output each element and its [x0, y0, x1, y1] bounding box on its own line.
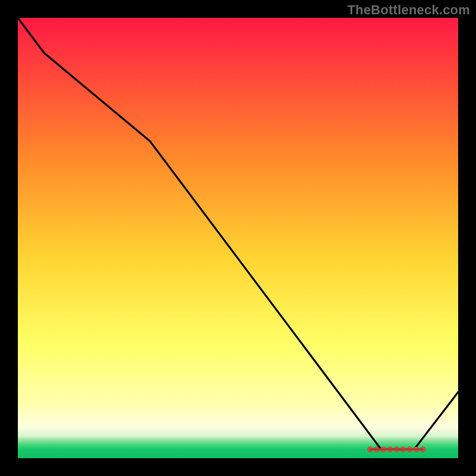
chart-stage: TheBottleneck.com [0, 0, 476, 476]
watermark-text: TheBottleneck.com [347, 2, 470, 18]
chart-svg [18, 18, 458, 458]
gradient-bg [18, 18, 458, 458]
plot-frame [18, 18, 458, 458]
